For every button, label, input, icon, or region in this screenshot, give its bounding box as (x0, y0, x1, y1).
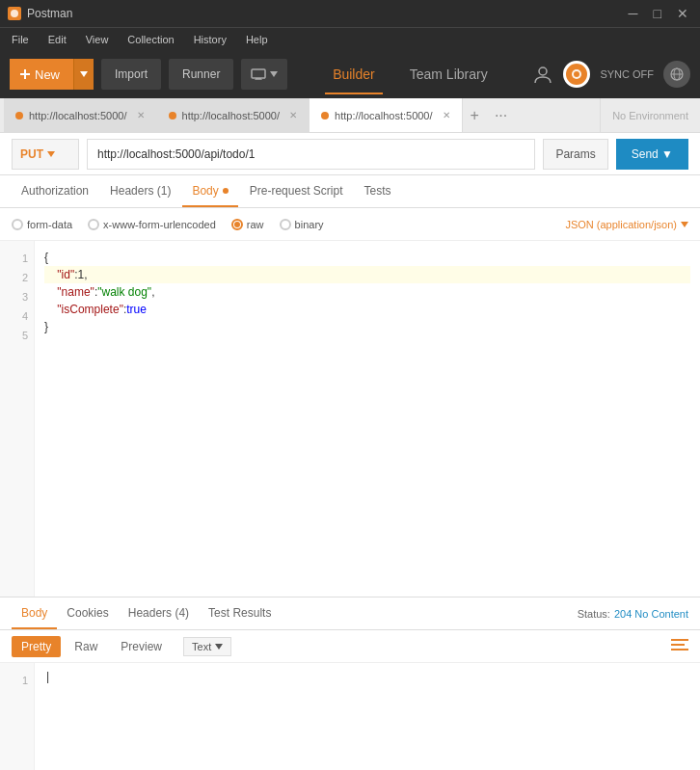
menu-bar: File Edit View Collection History Help (0, 27, 700, 50)
svg-point-0 (11, 10, 18, 17)
toolbar-right: SYNC OFF (532, 61, 690, 88)
status-bar-right: Status: 204 No Content (578, 597, 688, 629)
sync-icon[interactable] (563, 61, 590, 88)
request-bar: PUT Params Send ▼ (0, 133, 700, 175)
line-num-1: 1 (0, 249, 34, 268)
tab-close-2[interactable]: ✕ (289, 110, 297, 120)
builder-tab[interactable]: Builder (325, 63, 383, 86)
format-extra-icon[interactable] (671, 637, 688, 656)
tab-dot-3 (321, 112, 329, 119)
sub-tab-authorization[interactable]: Authorization (12, 175, 98, 207)
svg-rect-3 (252, 69, 265, 78)
response-body: 1 | (0, 663, 700, 770)
format-tab-raw[interactable]: Raw (65, 636, 107, 657)
params-button[interactable]: Params (543, 139, 607, 170)
body-active-dot (223, 188, 229, 194)
menu-collection[interactable]: Collection (123, 32, 177, 47)
format-tab-preview[interactable]: Preview (111, 636, 172, 657)
json-chevron-icon (681, 222, 688, 227)
response-content: | (35, 663, 700, 770)
response-format-bar: Pretty Raw Preview Text (0, 630, 700, 663)
tab-url-3: http://localhost:5000/ (335, 110, 433, 121)
svg-rect-4 (256, 78, 261, 80)
menu-edit[interactable]: Edit (44, 32, 70, 47)
code-content[interactable]: { "id":1, "name":"walk dog", "isComplete… (35, 241, 700, 597)
new-label: New (35, 67, 60, 82)
tab-url-1: http://localhost:5000/ (29, 110, 127, 121)
tab-spacer (515, 98, 600, 132)
json-val-iscomplete: true (126, 303, 147, 316)
radio-raw[interactable]: raw (231, 219, 264, 230)
bottom-tab-cookies[interactable]: Cookies (57, 597, 118, 629)
maximize-button[interactable]: □ (650, 6, 665, 21)
response-line-num-1: 1 (0, 671, 34, 690)
sub-tab-headers[interactable]: Headers (1) (100, 175, 180, 207)
json-key-iscomplete: "isComplete" (57, 303, 123, 316)
team-library-tab[interactable]: Team Library (402, 63, 496, 86)
monitor-button[interactable] (241, 59, 287, 90)
new-dropdown-arrow[interactable] (73, 59, 94, 90)
menu-history[interactable]: History (190, 32, 230, 47)
code-line-4: "isComplete":true (44, 301, 690, 318)
radio-urlencoded[interactable]: x-www-form-urlencoded (88, 219, 216, 230)
svg-point-8 (574, 71, 579, 77)
tab-close-3[interactable]: ✕ (443, 110, 450, 120)
new-button-main[interactable]: New (10, 67, 69, 82)
menu-help[interactable]: Help (242, 32, 272, 47)
toolbar: New Import Runner Builder Team Library (0, 50, 700, 98)
method-chevron-icon (47, 151, 55, 157)
code-line-2: "id":1, (44, 266, 690, 283)
chevron-down-icon (80, 71, 88, 77)
sub-tabs: Authorization Headers (1) Body Pre-reque… (0, 175, 700, 208)
send-button[interactable]: Send ▼ (616, 139, 688, 170)
tab-url-2: http://localhost:5000/ (182, 110, 281, 121)
monitor-icon (251, 68, 266, 80)
tab-dot-1 (15, 112, 23, 119)
format-tab-pretty[interactable]: Pretty (12, 636, 61, 657)
radio-form-data[interactable]: form-data (12, 219, 72, 230)
text-type-select[interactable]: Text (183, 637, 231, 656)
tab-item-2[interactable]: http://localhost:5000/ ✕ (157, 98, 310, 132)
tab-add-button[interactable]: + (463, 98, 487, 132)
globe-svg (669, 66, 685, 82)
no-environment[interactable]: No Environment (600, 98, 700, 132)
menu-file[interactable]: File (8, 32, 33, 47)
json-type-select[interactable]: JSON (application/json) (565, 219, 688, 230)
title-bar: Postman ─ □ ✕ (0, 0, 700, 27)
method-select[interactable]: PUT (12, 139, 79, 170)
bottom-panel: Body Cookies Headers (4) Test Results St… (0, 597, 700, 770)
new-button[interactable]: New (10, 59, 94, 90)
sub-tab-body[interactable]: Body (182, 175, 237, 207)
tabs-bar: http://localhost:5000/ ✕ http://localhos… (0, 98, 700, 133)
globe-icon[interactable] (663, 61, 690, 88)
tab-item-1[interactable]: http://localhost:5000/ ✕ (4, 98, 157, 132)
toolbar-center: Builder Team Library (295, 63, 525, 86)
close-button[interactable]: ✕ (673, 6, 692, 21)
title-bar-left: Postman (8, 7, 72, 20)
minimize-button[interactable]: ─ (625, 6, 642, 21)
sub-tab-prerequest[interactable]: Pre-request Script (240, 175, 353, 207)
sub-tab-tests[interactable]: Tests (354, 175, 400, 207)
tab-more-button[interactable]: ··· (487, 98, 515, 132)
radio-circle-raw (231, 219, 243, 230)
radio-binary[interactable]: binary (280, 219, 324, 230)
json-val-name: "walk dog" (97, 285, 151, 299)
app-title: Postman (27, 7, 72, 20)
line-numbers: 1 2 3 4 5 (0, 241, 35, 597)
code-line-3: "name":"walk dog", (44, 283, 690, 301)
runner-button[interactable]: Runner (169, 59, 233, 90)
tab-item-3[interactable]: http://localhost:5000/ ✕ (310, 98, 463, 132)
bottom-tab-body[interactable]: Body (12, 597, 57, 629)
chevron-down-icon-2 (270, 71, 278, 77)
tab-close-1[interactable]: ✕ (137, 110, 145, 120)
tab-dot-2 (169, 112, 176, 119)
bottom-tab-headers[interactable]: Headers (4) (119, 597, 199, 629)
svg-rect-12 (671, 639, 688, 641)
record-icon (570, 67, 583, 81)
url-input[interactable] (87, 139, 535, 170)
bottom-tab-test-results[interactable]: Test Results (199, 597, 281, 629)
import-button[interactable]: Import (101, 59, 161, 90)
menu-view[interactable]: View (82, 32, 113, 47)
radio-circle-urlencoded (88, 219, 99, 230)
status-value: 204 No Content (614, 608, 688, 620)
